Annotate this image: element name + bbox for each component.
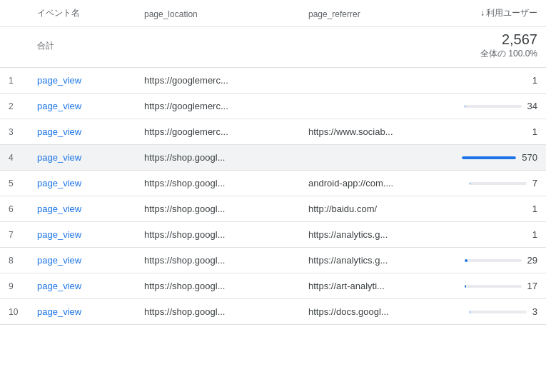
users-value: 29 — [527, 255, 537, 266]
row-number: 1 — [0, 68, 29, 94]
event-name-cell[interactable]: page_view — [29, 222, 136, 248]
users-cell: 1 — [453, 222, 546, 248]
event-name-link[interactable]: page_view — [37, 281, 81, 291]
users-cell: 34 — [453, 94, 546, 119]
page-location-cell: https://shop.googl... — [136, 145, 300, 171]
bar-wrapper: 3 — [462, 306, 537, 317]
page-referrer-cell: https://docs.googl... — [300, 299, 453, 325]
event-name-link[interactable]: page_view — [37, 203, 81, 214]
sort-arrow-icon: ↓ — [480, 8, 485, 18]
users-value: 570 — [522, 152, 537, 163]
page-referrer-cell: https://art-analyti... — [300, 273, 453, 299]
users-value: 1 — [532, 126, 537, 137]
row-number: 7 — [0, 222, 29, 248]
event-name-cell[interactable]: page_view — [29, 299, 136, 325]
page-referrer-cell — [300, 145, 453, 171]
page-referrer-cell: https://analytics.g... — [300, 248, 453, 273]
bar-container — [465, 285, 522, 288]
page-location-cell: https://shop.googl... — [136, 273, 300, 299]
subtotal-referrer-cell — [300, 27, 453, 68]
event-name-link[interactable]: page_view — [37, 101, 81, 111]
event-name-cell[interactable]: page_view — [29, 68, 136, 94]
event-name-cell[interactable]: page_view — [29, 119, 136, 145]
subtotal-users-cell: 2,567 全体の 100.0% — [453, 27, 546, 68]
event-name-cell[interactable]: page_view — [29, 94, 136, 119]
users-value: 1 — [532, 203, 537, 214]
bar-container — [470, 182, 527, 185]
bar-wrapper: 34 — [462, 101, 537, 111]
event-name-cell[interactable]: page_view — [29, 273, 136, 299]
event-name-link[interactable]: page_view — [37, 126, 81, 137]
bar-wrapper: 1 — [462, 229, 537, 240]
page-referrer-cell: https://www.sociab... — [300, 119, 453, 145]
col-header-location[interactable]: page_location — [136, 0, 300, 27]
users-value: 3 — [532, 306, 537, 317]
bar-wrapper: 1 — [462, 126, 537, 137]
row-number: 9 — [0, 273, 29, 299]
row-number: 2 — [0, 94, 29, 119]
subtotal-location-cell — [136, 27, 300, 68]
table-row: 6page_viewhttps://shop.googl...http://ba… — [0, 196, 546, 222]
bar-wrapper: 17 — [462, 281, 537, 291]
users-cell: 29 — [453, 248, 546, 273]
event-name-link[interactable]: page_view — [37, 255, 81, 266]
page-referrer-cell — [300, 68, 453, 94]
table-row: 8page_viewhttps://shop.googl...https://a… — [0, 248, 546, 273]
page-location-cell: https://shop.googl... — [136, 222, 300, 248]
table-row: 10page_viewhttps://shop.googl...https://… — [0, 299, 546, 325]
users-value: 1 — [532, 229, 537, 240]
row-number: 4 — [0, 145, 29, 171]
col-header-users[interactable]: ↓利用ユーザー — [453, 0, 546, 27]
subtotal-num-cell — [0, 27, 29, 68]
bar-fill — [470, 182, 470, 185]
users-value: 17 — [527, 281, 537, 291]
col-header-num — [0, 0, 29, 27]
users-value: 7 — [532, 178, 537, 189]
table-row: 3page_viewhttps://googlemerc...https://w… — [0, 119, 546, 145]
bar-wrapper: 1 — [462, 75, 537, 86]
page-referrer-cell: https://analytics.g... — [300, 222, 453, 248]
bar-wrapper: 29 — [462, 255, 537, 266]
col-header-referrer[interactable]: page_referrer — [300, 0, 453, 27]
bar-container — [465, 259, 522, 262]
users-value: 34 — [527, 101, 537, 111]
users-cell: 3 — [453, 299, 546, 325]
event-name-link[interactable]: page_view — [37, 152, 81, 163]
col-header-event[interactable]: イベント名 — [29, 0, 136, 27]
users-cell: 570 — [453, 145, 546, 171]
event-name-link[interactable]: page_view — [37, 75, 81, 86]
bar-wrapper: 1 — [462, 203, 537, 214]
page-referrer-cell — [300, 94, 453, 119]
event-name-cell[interactable]: page_view — [29, 248, 136, 273]
page-location-cell: https://googlemerc... — [136, 119, 300, 145]
table-row: 1page_viewhttps://googlemerc...1 — [0, 68, 546, 94]
subtotal-label-cell: 合計 — [29, 27, 136, 68]
page-location-cell: https://googlemerc... — [136, 68, 300, 94]
bar-wrapper: 570 — [462, 152, 537, 163]
bar-fill — [465, 105, 465, 108]
page-location-cell: https://googlemerc... — [136, 94, 300, 119]
row-number: 5 — [0, 171, 29, 196]
users-value: 1 — [532, 75, 537, 86]
bar-fill — [462, 156, 516, 159]
event-name-cell[interactable]: page_view — [29, 171, 136, 196]
bar-fill — [465, 259, 467, 262]
event-name-cell[interactable]: page_view — [29, 196, 136, 222]
row-number: 10 — [0, 299, 29, 325]
users-cell: 17 — [453, 273, 546, 299]
page-referrer-cell: http://baidu.com/ — [300, 196, 453, 222]
users-cell: 1 — [453, 196, 546, 222]
event-name-link[interactable]: page_view — [37, 306, 81, 317]
row-number: 3 — [0, 119, 29, 145]
bar-fill — [465, 285, 466, 288]
event-name-link[interactable]: page_view — [37, 229, 81, 240]
table-row: 5page_viewhttps://shop.googl...android-a… — [0, 171, 546, 196]
table-row: 9page_viewhttps://shop.googl...https://a… — [0, 273, 546, 299]
table-row: 7page_viewhttps://shop.googl...https://a… — [0, 222, 546, 248]
bar-wrapper: 7 — [462, 178, 537, 189]
event-name-cell[interactable]: page_view — [29, 145, 136, 171]
page-location-cell: https://shop.googl... — [136, 196, 300, 222]
event-name-link[interactable]: page_view — [37, 178, 81, 189]
bar-container — [470, 311, 527, 313]
table-row: 4page_viewhttps://shop.googl...570 — [0, 145, 546, 171]
